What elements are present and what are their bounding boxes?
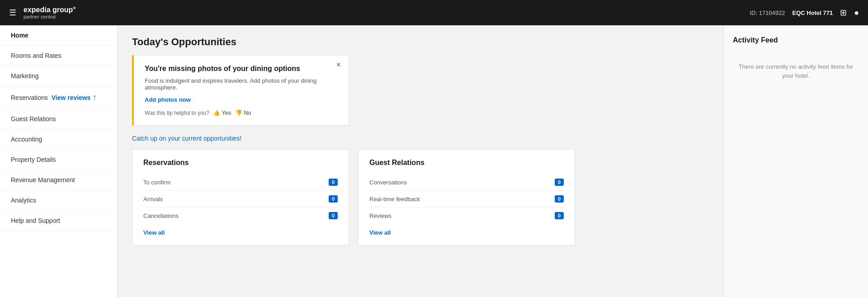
sidebar-label-rooms-and-rates: Rooms and Rates [11, 52, 61, 59]
grid-icon[interactable]: ⊞ [840, 8, 847, 18]
to-confirm-label: To confirm [143, 179, 170, 186]
logo-brand: expedia group° [24, 5, 76, 14]
header-hotel: EQC Hotel 771 [793, 9, 833, 16]
sidebar-label-guest-relations: Guest Relations [11, 115, 56, 123]
guest-relations-view-all-link[interactable]: View all [369, 229, 564, 236]
cancellations-badge: 0 [329, 212, 338, 219]
table-row: Reviews 0 [369, 207, 564, 224]
table-row: Arrivals 0 [143, 191, 338, 207]
guest-relations-section: Guest Relations Conversations 0 Real-tim… [358, 149, 575, 245]
header: ☰ expedia group° partner central ID: 171… [0, 0, 868, 25]
sidebar-label-revenue-management: Revenue Management [11, 176, 75, 184]
helpful-yes-button[interactable]: 👍 Yes [213, 109, 231, 116]
sidebar-item-reservations[interactable]: Reservations View reviews ↑ [0, 86, 117, 109]
reviews-badge: 0 [555, 212, 564, 219]
sidebar-label-help-and-support: Help and Support [11, 217, 60, 224]
logo-sub: partner central [24, 14, 76, 20]
view-reviews-annotation: View reviews [52, 94, 91, 101]
guest-relations-section-title: Guest Relations [369, 159, 564, 167]
arrivals-badge: 0 [329, 195, 338, 203]
hamburger-icon[interactable]: ☰ [9, 8, 16, 18]
close-icon[interactable]: ✕ [336, 61, 341, 68]
activity-feed-empty: There are currently no activity feed ite… [733, 62, 859, 80]
reservations-section-title: Reservations [143, 159, 338, 167]
to-confirm-badge: 0 [329, 179, 338, 186]
reservations-section: Reservations To confirm 0 Arrivals 0 Can… [132, 149, 349, 245]
opportunity-card-description: Food is indulgent and inspires travelers… [145, 77, 338, 91]
page-title: Today's Opportunities [132, 36, 709, 48]
logo: expedia group° partner central [24, 5, 76, 20]
sidebar: Home Rooms and Rates Marketing Reservati… [0, 25, 118, 297]
catch-up-link[interactable]: Catch up on your current opportunities! [132, 135, 709, 142]
helpful-text: Was this tip helpful to you? [145, 110, 209, 116]
sidebar-label-accounting: Accounting [11, 136, 42, 143]
conversations-label: Conversations [369, 179, 407, 186]
cancellations-label: Cancellations [143, 212, 179, 219]
opportunity-card-title: You're missing photos of your dining opt… [145, 65, 338, 73]
annotation-arrow: ↑ [93, 93, 97, 102]
sidebar-label-home: Home [11, 32, 28, 39]
sidebar-label-reservations: Reservations [11, 94, 48, 101]
header-id: ID: 17104922 [750, 9, 785, 16]
sidebar-item-accounting[interactable]: Accounting [0, 129, 117, 150]
table-row: Real-time feedback 0 [369, 191, 564, 207]
sidebar-item-rooms-and-rates[interactable]: Rooms and Rates [0, 46, 117, 66]
table-row: Conversations 0 [369, 174, 564, 191]
user-icon[interactable]: ● [854, 8, 859, 18]
reservations-view-all-link[interactable]: View all [143, 229, 338, 236]
sidebar-item-revenue-management[interactable]: Revenue Management [0, 170, 117, 190]
sidebar-item-home[interactable]: Home [0, 25, 117, 46]
conversations-badge: 0 [555, 179, 564, 186]
activity-feed: Activity Feed There are currently no act… [723, 25, 868, 297]
sidebar-item-property-details[interactable]: Property Details [0, 150, 117, 170]
table-row: To confirm 0 [143, 174, 338, 191]
sidebar-item-help-and-support[interactable]: Help and Support [0, 211, 117, 231]
opportunities-grid: Reservations To confirm 0 Arrivals 0 Can… [132, 149, 709, 245]
realtime-feedback-badge: 0 [555, 195, 564, 203]
opportunity-card: ✕ You're missing photos of your dining o… [132, 55, 349, 126]
main-content: Today's Opportunities ✕ You're missing p… [118, 25, 723, 297]
layout: Home Rooms and Rates Marketing Reservati… [0, 25, 868, 297]
sidebar-label-analytics: Analytics [11, 197, 36, 204]
table-row: Cancellations 0 [143, 207, 338, 224]
helpful-row: Was this tip helpful to you? 👍 Yes 👎 No [145, 109, 338, 116]
sidebar-item-analytics[interactable]: Analytics [0, 190, 117, 211]
reviews-label: Reviews [369, 212, 392, 219]
sidebar-item-guest-relations[interactable]: Guest Relations [0, 109, 117, 129]
helpful-no-button[interactable]: 👎 No [235, 109, 251, 116]
arrivals-label: Arrivals [143, 196, 163, 203]
realtime-feedback-label: Real-time feedback [369, 196, 420, 203]
header-right: ID: 17104922 EQC Hotel 771 ⊞ ● [750, 8, 859, 18]
add-photos-link[interactable]: Add photos now [145, 96, 338, 103]
activity-feed-title: Activity Feed [733, 36, 859, 44]
sidebar-label-property-details: Property Details [11, 156, 56, 163]
sidebar-label-marketing: Marketing [11, 72, 38, 80]
sidebar-item-marketing[interactable]: Marketing [0, 66, 117, 86]
